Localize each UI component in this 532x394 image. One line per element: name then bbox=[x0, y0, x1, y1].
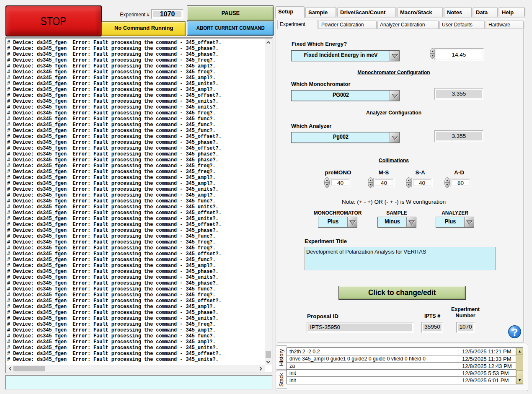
svg-text:?: ? bbox=[511, 327, 518, 338]
